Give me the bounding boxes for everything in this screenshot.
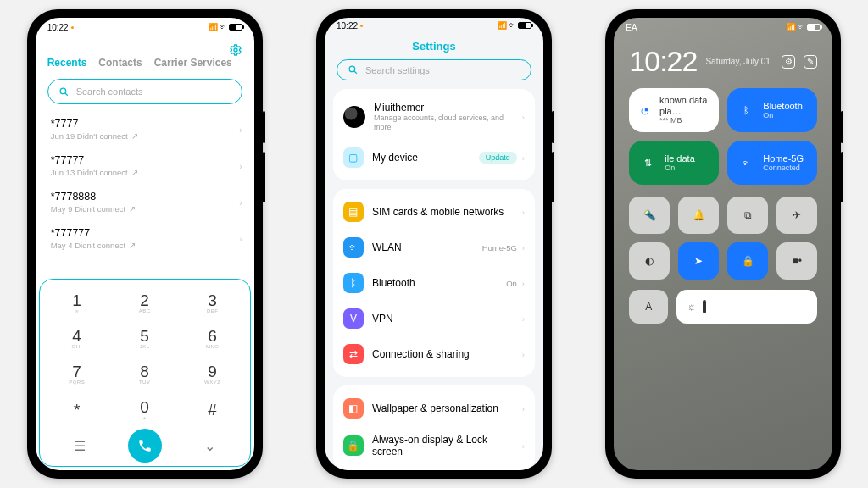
outgoing-icon: ↗ xyxy=(129,241,136,250)
droplet-icon: ◔ xyxy=(639,102,651,119)
call-number: *7778888 xyxy=(51,191,242,202)
sharing-icon: ⇄ xyxy=(343,344,364,364)
avatar xyxy=(343,106,365,128)
tab-contacts[interactable]: Contacts xyxy=(98,57,142,69)
vpn-icon: V xyxy=(343,308,364,329)
chevron-right-icon: › xyxy=(522,350,525,359)
bluetooth-icon: ᛒ xyxy=(737,102,754,119)
key-3[interactable]: 3DEF xyxy=(187,285,238,320)
search-placeholder: Search settings xyxy=(365,65,430,75)
status-icons: 📶ᯤ xyxy=(787,23,821,31)
chevron-right-icon: › xyxy=(522,314,525,324)
status-time: 10:22 xyxy=(47,23,69,32)
call-row[interactable]: *7777 Jun 19 Didn't connect↗ › xyxy=(51,111,242,147)
screenshot-toggle[interactable]: ⧉ xyxy=(727,197,768,234)
chevron-right-icon: › xyxy=(522,243,525,252)
slider-knob[interactable] xyxy=(703,300,706,313)
edit-shortcut-icon[interactable]: ✎ xyxy=(804,55,817,69)
key-8[interactable]: 8TUV xyxy=(120,356,170,391)
status-bar: 10:22 📶ᯤ xyxy=(36,18,254,36)
mute-toggle[interactable]: 🔔 xyxy=(678,197,719,234)
network-section: ▤ SIM cards & mobile networks › ᯤ WLAN H… xyxy=(333,189,535,377)
data-arrows-icon: ⇅ xyxy=(639,154,656,171)
key-hash[interactable]: # xyxy=(187,391,238,427)
key-5[interactable]: 5JKL xyxy=(120,320,170,356)
tab-carrier[interactable]: Carrier Services xyxy=(154,57,232,69)
gear-icon[interactable] xyxy=(229,43,242,57)
chevron-right-icon: › xyxy=(522,279,525,288)
location-toggle[interactable]: ➤ xyxy=(678,242,719,280)
chevron-right-icon: › xyxy=(522,441,525,451)
svg-point-1 xyxy=(60,88,66,94)
status-time: 10:22 xyxy=(337,21,358,30)
status-bar: 10:22 📶ᯤ xyxy=(325,18,543,33)
brightness-slider[interactable]: ☼ xyxy=(676,290,817,324)
tile-sub: Connected xyxy=(763,164,804,172)
dialer-tabs: Recents Contacts Carrier Services xyxy=(36,57,254,69)
flashlight-toggle[interactable]: 🔦 xyxy=(629,197,670,234)
wallpaper-icon: ◧ xyxy=(343,398,364,419)
chevron-right-icon: › xyxy=(522,404,525,413)
lock-icon: 🔒 xyxy=(343,435,364,456)
status-ea: EA xyxy=(626,23,637,32)
settings-row-aod[interactable]: 🔒 Always-on display & Lock screen › xyxy=(340,426,528,465)
tile-sub: On xyxy=(763,111,802,119)
tile-data-usage[interactable]: ◔ known data pla… *** MB xyxy=(629,88,719,132)
tile-title: Home-5G xyxy=(763,153,804,164)
key-star[interactable]: * xyxy=(52,391,103,427)
outgoing-icon: ↗ xyxy=(131,168,138,177)
outgoing-icon: ↗ xyxy=(129,204,136,214)
key-9[interactable]: 9WXYZ xyxy=(187,356,238,391)
settings-row-wallpaper[interactable]: ◧ Wallpaper & personalization › xyxy=(340,391,528,426)
cc-header: 10:22 Saturday, July 01 ⚙ ✎ xyxy=(614,36,832,81)
call-row[interactable]: *77777 Jun 13 Didn't connect↗ › xyxy=(51,147,242,184)
tile-sub: *** MB xyxy=(659,116,709,125)
call-row[interactable]: *7778888 May 9 Didn't connect↗ › xyxy=(51,184,242,220)
account-row[interactable]: Miuithemer Manage accounts, cloud servic… xyxy=(340,94,528,140)
key-1[interactable]: 1∞ xyxy=(52,285,103,320)
sim-icon: ▤ xyxy=(343,202,364,222)
settings-row-sim[interactable]: ▤ SIM cards & mobile networks › xyxy=(340,194,528,230)
svg-point-0 xyxy=(234,48,237,52)
call-button[interactable] xyxy=(128,429,162,463)
settings-shortcut-icon[interactable]: ⚙ xyxy=(782,55,795,69)
tile-bluetooth[interactable]: ᛒ Bluetooth On xyxy=(727,88,817,132)
airplane-toggle[interactable]: ✈ xyxy=(776,197,817,234)
menu-icon[interactable]: ☰ xyxy=(54,438,105,454)
call-number: *7777 xyxy=(51,118,242,130)
tab-recents[interactable]: Recents xyxy=(47,57,87,69)
settings-row-connection[interactable]: ⇄ Connection & sharing › xyxy=(340,336,528,372)
tile-wifi[interactable]: ᯤ Home-5G Connected xyxy=(727,141,817,185)
update-chip[interactable]: Update xyxy=(479,152,517,164)
call-row[interactable]: *777777 May 4 Didn't connect↗ › xyxy=(51,220,242,257)
svg-point-3 xyxy=(349,66,355,72)
search-contacts-input[interactable]: Search contacts xyxy=(47,79,242,104)
font-toggle[interactable]: A xyxy=(629,290,668,324)
cc-time: 10:22 xyxy=(629,45,697,78)
dark-mode-toggle[interactable]: ◐ xyxy=(629,242,670,280)
my-device-row[interactable]: ▢ My device Update › xyxy=(340,140,528,175)
search-settings-input[interactable]: Search settings xyxy=(337,59,531,80)
key-2[interactable]: 2ABC xyxy=(120,285,170,320)
quick-toggles: 🔦 🔔 ⧉ ✈ ◐ ➤ 🔒 ■• xyxy=(614,188,832,283)
account-sub: Manage accounts, cloud services, and mor… xyxy=(374,114,509,132)
screen-record-toggle[interactable]: ■• xyxy=(776,242,817,280)
settings-row-bluetooth[interactable]: ᛒ Bluetooth On› xyxy=(340,265,528,301)
collapse-dialpad-icon[interactable]: ⌄ xyxy=(184,438,235,454)
tile-mobile-data[interactable]: ⇅ ile data On xyxy=(629,141,719,185)
key-6[interactable]: 6MNO xyxy=(187,320,238,356)
key-7[interactable]: 7PQRS xyxy=(52,356,103,391)
personalization-section: ◧ Wallpaper & personalization › 🔒 Always… xyxy=(333,385,535,470)
status-icons: 📶ᯤ xyxy=(209,23,242,31)
tile-title: ile data xyxy=(665,153,694,164)
rotation-toggle[interactable]: 🔒 xyxy=(727,242,768,280)
settings-row-vpn[interactable]: V VPN › xyxy=(340,301,528,336)
settings-row-wlan[interactable]: ᯤ WLAN Home-5G› xyxy=(340,230,528,265)
key-4[interactable]: 4GHI xyxy=(52,320,103,356)
settings-title: Settings xyxy=(325,40,543,53)
key-0[interactable]: 0+ xyxy=(120,391,170,427)
phone-icon xyxy=(137,438,153,453)
phone-dialer: 10:22 📶ᯤ Recents Contacts Carrier Servic… xyxy=(27,9,263,479)
brightness-icon: ☼ xyxy=(687,301,696,313)
call-meta: May 4 Didn't connect xyxy=(51,241,125,250)
